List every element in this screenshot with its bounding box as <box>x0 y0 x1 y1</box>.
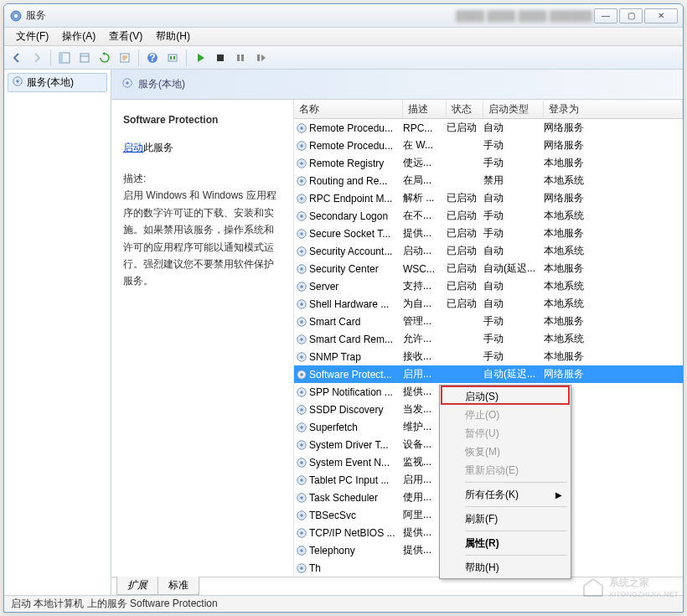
svg-point-66 <box>300 496 303 500</box>
tree-item-services-local[interactable]: 服务(本地) <box>8 73 107 92</box>
service-row[interactable]: Security Account...启动...已启动自动本地系统 <box>294 242 683 260</box>
gear-icon <box>294 474 309 486</box>
service-row[interactable]: Smart Card管理...手动本地服务 <box>294 313 683 330</box>
menu-file[interactable]: 文件(F) <box>9 28 55 45</box>
statusbar: 启动 本地计算机 上的服务 Software Protection <box>4 595 683 612</box>
col-status[interactable]: 状态 <box>447 101 483 118</box>
service-row[interactable]: Remote Procedu...在 W...手动网络服务 <box>294 137 683 154</box>
gear-icon <box>294 158 309 169</box>
cell-name: SPP Notification ... <box>309 386 403 398</box>
cell-logon: 网络服务 <box>544 367 602 381</box>
col-logon[interactable]: 登录为 <box>544 101 683 118</box>
svg-point-46 <box>300 320 303 324</box>
properties-button[interactable] <box>116 49 134 67</box>
export-list-button[interactable] <box>75 49 94 67</box>
svg-point-52 <box>300 373 303 376</box>
cell-name: Secondary Logon <box>309 210 403 222</box>
show-hide-tree-button[interactable] <box>55 49 74 67</box>
cell-logon: 本地服务 <box>544 156 602 170</box>
menu-action[interactable]: 操作(A) <box>55 28 102 45</box>
cell-startup: 自动 <box>483 121 544 135</box>
start-service-button[interactable] <box>191 49 209 67</box>
gear-icon <box>294 210 309 222</box>
minimize-button[interactable]: — <box>594 8 617 23</box>
tab-standard[interactable]: 标准 <box>158 577 199 595</box>
menu-view[interactable]: 查看(V) <box>102 28 149 45</box>
start-link[interactable]: 启动 <box>123 142 143 153</box>
cell-startup: 自动 <box>483 279 544 293</box>
cell-logon: 本地系统 <box>544 209 602 223</box>
start-suffix: 此服务 <box>143 142 173 153</box>
services-window: 服务 ████ ████ ████ ██████ — ▢ ✕ 文件(F) 操作(… <box>3 3 684 613</box>
svg-point-26 <box>300 144 303 148</box>
service-row[interactable]: Routing and Re...在局...禁用本地系统 <box>294 172 683 189</box>
pause-service-button[interactable] <box>231 49 250 67</box>
svg-point-42 <box>300 285 303 288</box>
desc-text: 启用 Windows 和 Windows 应用程序的数字许可证的下载、安装和实施… <box>123 187 282 289</box>
service-row[interactable]: Secondary Logon在不...已启动手动本地系统 <box>294 207 683 225</box>
window-title: 服务 <box>26 8 439 23</box>
cell-startup: 手动 <box>483 138 544 153</box>
context-menu: 启动(S) 停止(O) 暂停(U) 恢复(M) 重新启动(E) 所有任务(K)▶… <box>439 385 571 579</box>
stop-service-button[interactable] <box>211 49 230 67</box>
header-strip: 服务(本地) <box>111 70 683 100</box>
toolbar-separator <box>50 49 51 66</box>
cell-status: 已启动 <box>447 279 483 293</box>
svg-point-20 <box>16 80 19 83</box>
cell-name: System Driver T... <box>309 439 403 451</box>
manage-button[interactable] <box>163 49 182 67</box>
back-button[interactable] <box>8 49 26 67</box>
cell-desc: 启动... <box>403 244 447 258</box>
refresh-button[interactable] <box>96 49 114 67</box>
ctx-start[interactable]: 启动(S) <box>442 387 569 406</box>
toolbar-separator <box>138 49 139 66</box>
menu-help[interactable]: 帮助(H) <box>149 28 197 45</box>
svg-point-72 <box>300 549 303 552</box>
cell-logon: 本地系统 <box>544 332 602 346</box>
service-row[interactable]: SNMP Trap接收...手动本地服务 <box>294 348 683 365</box>
help-button[interactable]: ? <box>143 49 162 67</box>
svg-point-34 <box>300 215 303 218</box>
tab-extended[interactable]: 扩展 <box>116 577 158 595</box>
service-row[interactable]: RPC Endpoint M...解析 ...已启动自动网络服务 <box>294 189 683 207</box>
service-row[interactable]: Server支持...已启动自动本地系统 <box>294 277 683 295</box>
close-button[interactable]: ✕ <box>644 8 678 23</box>
view-tabs: 扩展 标准 <box>111 577 683 595</box>
svg-rect-3 <box>59 53 63 63</box>
gear-icon <box>294 492 309 504</box>
cell-name: TCP/IP NetBIOS ... <box>309 527 403 539</box>
service-row[interactable]: Security CenterWSC...已启动自动(延迟...本地服务 <box>294 260 683 277</box>
cell-name: Software Protect... <box>309 369 403 380</box>
cell-logon: 本地系统 <box>544 279 602 293</box>
service-row[interactable]: Secure Socket T...提供...已启动手动本地服务 <box>294 225 683 242</box>
cell-name: Shell Hardware ... <box>309 298 403 310</box>
cell-startup: 自动 <box>483 297 544 311</box>
cell-name: Task Scheduler <box>309 492 403 504</box>
ctx-properties[interactable]: 属性(R) <box>442 534 569 552</box>
service-row[interactable]: Shell Hardware ...为自...已启动自动本地系统 <box>294 295 683 313</box>
cell-name: TBSecSvc <box>309 510 403 521</box>
maximize-button[interactable]: ▢ <box>619 8 643 23</box>
cell-status: 已启动 <box>447 297 483 311</box>
col-name[interactable]: 名称 <box>294 101 403 118</box>
service-row[interactable]: Software Protect...启用...自动(延迟...网络服务 <box>294 365 683 383</box>
ctx-refresh[interactable]: 刷新(F) <box>442 510 569 528</box>
restart-service-button[interactable] <box>251 49 270 67</box>
titlebar[interactable]: 服务 ████ ████ ████ ██████ — ▢ ✕ <box>4 4 683 28</box>
column-headers[interactable]: 名称 描述 状态 启动类型 登录为 <box>294 101 683 119</box>
gear-icon <box>294 527 309 539</box>
ctx-help[interactable]: 帮助(H) <box>442 558 569 577</box>
service-row[interactable]: Remote Registry使远...手动本地服务 <box>294 154 683 172</box>
cell-name: Telephony <box>309 545 403 556</box>
forward-button[interactable] <box>28 49 46 67</box>
col-startup[interactable]: 启动类型 <box>483 101 544 118</box>
service-row[interactable]: Remote Procedu...RPC...已启动自动网络服务 <box>294 119 683 137</box>
svg-point-28 <box>300 162 303 165</box>
ctx-all-tasks[interactable]: 所有任务(K)▶ <box>442 485 569 504</box>
service-row[interactable]: Smart Card Rem...允许...手动本地系统 <box>294 330 683 348</box>
col-desc[interactable]: 描述 <box>403 101 447 118</box>
info-panel: Software Protection 启动此服务 描述: 启用 Windows… <box>111 101 294 577</box>
blurred-text: ████ ████ ████ ██████ <box>456 10 592 22</box>
ctx-separator <box>465 482 567 483</box>
svg-text:?: ? <box>149 52 155 64</box>
